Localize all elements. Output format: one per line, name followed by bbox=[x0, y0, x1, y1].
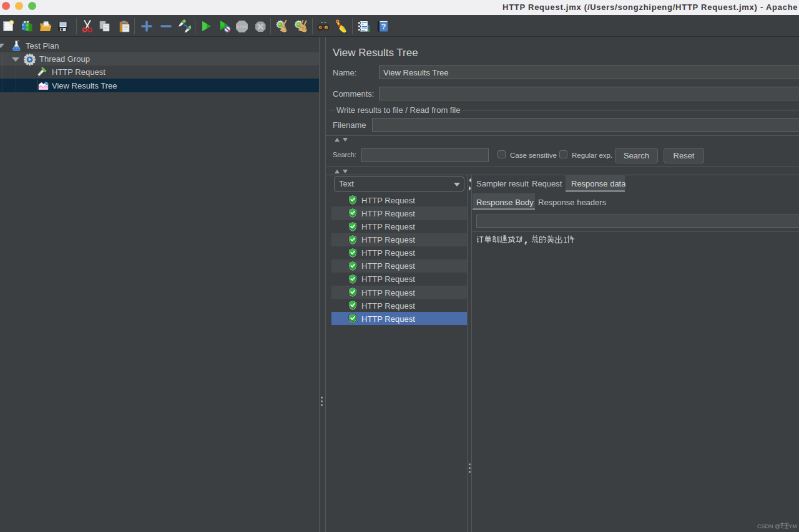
svg-text:1: 1 bbox=[563, 235, 567, 244]
svg-text:STOP: STOP bbox=[237, 24, 248, 29]
svg-text:?: ? bbox=[381, 22, 386, 31]
